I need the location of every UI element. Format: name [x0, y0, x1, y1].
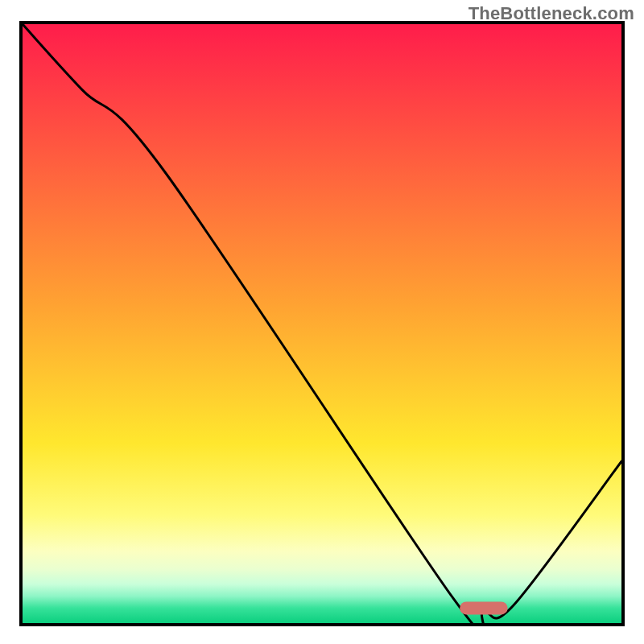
watermark-text: TheBottleneck.com [469, 3, 634, 24]
chart-stage: TheBottleneck.com [0, 0, 644, 644]
plot-frame [19, 21, 625, 626]
minimum-marker [460, 601, 508, 614]
plot-svg [23, 24, 621, 623]
plot-background [23, 24, 621, 623]
